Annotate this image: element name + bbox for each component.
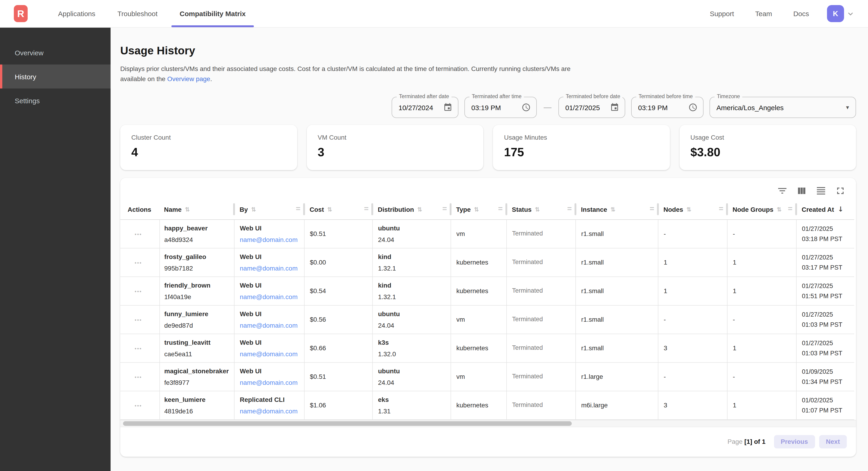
timezone-select[interactable]: Timezone America/Los_Angeles ▼: [710, 97, 856, 118]
cell-text: ubuntu: [378, 223, 447, 233]
row-actions-button[interactable]: •••: [134, 374, 142, 380]
column-drag-handle-icon[interactable]: =: [650, 204, 654, 213]
column-header-status[interactable]: Status⇅=: [506, 199, 576, 219]
column-drag-handle-icon[interactable]: =: [719, 204, 723, 213]
cell-actions: •••: [120, 334, 159, 362]
sort-icon[interactable]: ⇅: [535, 206, 540, 213]
cell-text: ubuntu: [378, 309, 447, 318]
terminated-after-time-field[interactable]: Terminated after time: [464, 97, 537, 118]
next-page-button[interactable]: Next: [819, 435, 847, 448]
cell-node-groups: 1: [727, 276, 796, 305]
column-header-nodes[interactable]: Nodes⇅=: [658, 199, 727, 219]
cell-cost: $1.06: [304, 391, 372, 419]
row-email-link[interactable]: name@domain.com: [240, 263, 301, 273]
row-actions-button[interactable]: •••: [134, 231, 142, 237]
column-header-created-at[interactable]: Created At↓: [796, 199, 854, 219]
sidebar-item-history[interactable]: History: [0, 64, 111, 88]
nav-item-troubleshoot[interactable]: Troubleshoot: [106, 0, 168, 27]
terminated-before-time-input[interactable]: [638, 104, 686, 111]
terminated-after-time-input[interactable]: [471, 104, 519, 111]
fullscreen-icon[interactable]: [835, 185, 846, 196]
caret-down-icon[interactable]: ▼: [845, 105, 850, 110]
row-actions-button[interactable]: •••: [134, 260, 142, 265]
terminated-before-date-input[interactable]: [565, 104, 607, 111]
sort-icon[interactable]: ⇅: [327, 206, 332, 213]
terminated-after-date-field[interactable]: Terminated after date: [392, 97, 458, 118]
column-drag-handle-icon[interactable]: =: [498, 204, 503, 213]
avatar[interactable]: K: [827, 5, 844, 22]
cell-text: 3: [664, 343, 724, 353]
sort-icon[interactable]: ⇅: [251, 206, 256, 213]
sort-icon[interactable]: ⇅: [686, 206, 691, 213]
previous-page-button[interactable]: Previous: [774, 435, 815, 448]
sidebar-item-settings[interactable]: Settings: [0, 88, 111, 113]
cell-text: fe3f8977: [164, 378, 233, 387]
sort-icon[interactable]: ⇅: [474, 206, 479, 213]
cell-text: $0.00: [310, 258, 369, 267]
nav-item-team[interactable]: Team: [745, 10, 782, 18]
column-header-node-groups[interactable]: Node Groups⇅=: [727, 199, 796, 219]
sort-icon[interactable]: ⇅: [417, 206, 422, 213]
column-header-label: Actions: [128, 206, 151, 213]
replicated-logo[interactable]: R: [14, 5, 28, 22]
clock-icon[interactable]: [522, 103, 531, 112]
column-drag-handle-icon[interactable]: =: [364, 204, 369, 213]
horizontal-scrollbar[interactable]: [120, 420, 856, 427]
timezone-value: America/Los_Angeles: [716, 104, 841, 111]
row-email-link[interactable]: name@domain.com: [240, 321, 301, 330]
date-range-separator: —: [543, 103, 552, 112]
column-header-cost[interactable]: Cost⇅=: [304, 199, 372, 219]
nav-item-applications[interactable]: Applications: [47, 0, 106, 27]
row-email-link[interactable]: name@domain.com: [240, 406, 301, 415]
column-header-type[interactable]: Type⇅=: [451, 199, 506, 219]
column-drag-handle-icon[interactable]: =: [296, 204, 300, 213]
row-actions-button[interactable]: •••: [134, 317, 142, 323]
column-header-name[interactable]: Name⇅: [159, 199, 234, 219]
terminated-after-date-input[interactable]: [399, 104, 440, 111]
overview-page-link[interactable]: Overview page: [167, 75, 210, 83]
sidebar-item-overview[interactable]: Overview: [0, 40, 111, 64]
cell-text: frosty_galileo: [164, 252, 233, 261]
column-header-by[interactable]: By⇅=: [234, 199, 304, 219]
calendar-icon[interactable]: [610, 103, 619, 112]
cell-cost: $0.51: [304, 219, 372, 248]
terminated-before-date-field[interactable]: Terminated before date: [558, 97, 625, 118]
calendar-icon[interactable]: [443, 103, 453, 112]
clock-icon[interactable]: [688, 103, 698, 112]
row-actions-button[interactable]: •••: [134, 346, 142, 351]
columns-icon[interactable]: [796, 185, 807, 196]
cell-text: a48d9324: [164, 235, 233, 244]
stat-label: Cluster Count: [131, 134, 286, 141]
cell-actions: •••: [120, 248, 159, 276]
row-email-link[interactable]: name@domain.com: [240, 235, 301, 244]
row-email-link[interactable]: name@domain.com: [240, 349, 301, 358]
sort-icon[interactable]: ⇅: [611, 206, 616, 213]
cell-text: Web UI: [240, 252, 301, 261]
row-actions-button[interactable]: •••: [134, 289, 142, 294]
cell-name: magical_stonebrakerfe3f8977: [159, 362, 234, 391]
column-drag-handle-icon[interactable]: =: [442, 204, 447, 213]
sort-icon[interactable]: ⇅: [185, 206, 190, 213]
nav-item-compatibility-matrix[interactable]: Compatibility Matrix: [168, 0, 257, 27]
terminated-before-time-field[interactable]: Terminated before time: [631, 97, 704, 118]
cell-text: r1.large: [581, 372, 655, 381]
chevron-down-icon[interactable]: [847, 10, 854, 17]
column-header-distribution[interactable]: Distribution⇅=: [372, 199, 451, 219]
scrollbar-thumb[interactable]: [123, 421, 572, 425]
column-header-instance[interactable]: Instance⇅=: [576, 199, 658, 219]
row-actions-button[interactable]: •••: [134, 403, 142, 408]
column-drag-handle-icon[interactable]: =: [788, 204, 793, 213]
sort-icon[interactable]: ⇅: [777, 206, 782, 213]
table-row: •••funny_lumierede9ed87dWeb UIname@domai…: [120, 305, 854, 334]
filter-icon[interactable]: [777, 185, 788, 196]
column-drag-handle-icon[interactable]: =: [567, 204, 572, 213]
sorted-desc-icon[interactable]: ↓: [838, 205, 844, 213]
row-email-link[interactable]: name@domain.com: [240, 378, 301, 387]
nav-item-docs[interactable]: Docs: [783, 10, 819, 18]
cell-text: 995b7182: [164, 263, 233, 273]
cell-type: vm: [451, 305, 506, 334]
cell-actions: •••: [120, 276, 159, 305]
row-email-link[interactable]: name@domain.com: [240, 292, 301, 301]
nav-item-support[interactable]: Support: [699, 10, 745, 18]
density-icon[interactable]: [815, 185, 827, 196]
